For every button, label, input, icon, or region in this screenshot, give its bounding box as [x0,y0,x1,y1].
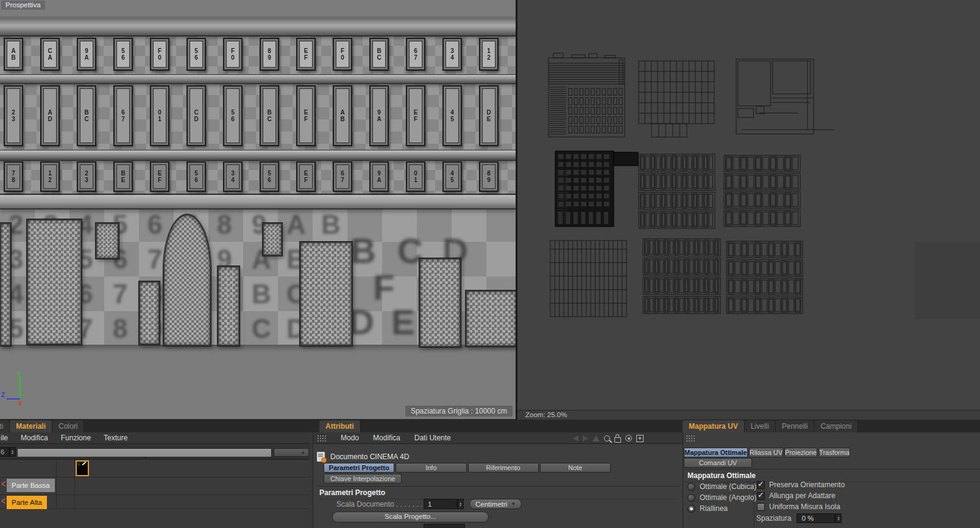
tab-pennelli[interactable]: Pennelli [776,420,815,432]
scale-unit-dropdown[interactable]: Centimetri ▼ [469,499,522,509]
spinner-arrows-icon[interactable]: ▲▼ [457,499,463,509]
button-proiezione[interactable]: Proiezione [784,448,817,457]
perspective-viewport[interactable]: Prospettiva 23456789AB3456789ABC456789AB… [0,0,516,419]
menu-modifica[interactable]: Modifica [373,434,400,442]
spacing-label: Spaziatura [756,514,791,523]
facade-window-glass: 5 6 [226,88,240,143]
facade-window-glass: 8 9 [482,164,495,189]
scale-value-input[interactable]: 1 ▲▼ [424,499,464,509]
tab-attributi[interactable]: Attributi [319,420,361,432]
radio-icon[interactable] [687,483,695,491]
tab-note[interactable]: Note [540,463,611,473]
material-row-parte-bassa[interactable]: Parte Bassa [7,479,55,492]
panel-grip-icon[interactable] [686,435,695,442]
checkbox-icon[interactable] [757,503,765,511]
spinner-arrows-icon[interactable]: ▲▼ [835,514,841,523]
materials-zoom-spinner[interactable]: 6 ▲▼ [0,447,16,457]
viewport-title[interactable]: Prospettiva [1,1,45,10]
radio-label: Ottimale (Angolo) [700,493,756,502]
facade-window-glass: B C [80,88,93,143]
attributes-tabbar: Attributi [310,420,683,432]
menu-funzione[interactable]: Funzione [61,434,91,442]
document-row[interactable]: Documento CINEMA 4D [317,452,409,462]
facade-base-ledge [0,194,516,209]
facade-window-glass: 0 1 [409,164,422,189]
facade-window-glass: 6 7 [409,41,422,68]
radio-icon[interactable] [687,505,695,513]
uv-islands-canvas [517,0,980,409]
button-trasforma[interactable]: Trasforma [818,448,850,457]
facade-window-glass: 5 6 [116,41,130,68]
section-parametri-progetto[interactable]: Parametri Progetto [318,486,679,499]
facade-ledge-2 [0,150,516,161]
materials-view-dropdown[interactable]: ▼ [274,448,309,457]
checkbox-uniforma-misura-isola[interactable]: Uniforma Misura Isola [757,502,840,511]
facade-window: 3 4 [223,161,243,192]
materials-preview-slider[interactable] [17,448,272,457]
axis-gizmo: Y Z X [1,370,38,409]
facade-window-glass: D E [482,88,495,143]
spinner-arrows-icon[interactable]: ▲▼ [9,448,15,456]
cone-icon[interactable] [592,435,600,442]
facade-window: 5 6 [260,161,279,192]
menu-modo[interactable]: Modo [341,434,359,442]
search-icon[interactable] [604,435,610,442]
facade-window: E F [406,85,425,146]
materials-list[interactable]: C.<Parte Bassa<Parte Alta [0,459,310,528]
facade-window: E F [296,161,316,192]
facade-window: E F [296,85,316,146]
material-row-parte-alta[interactable]: Parte Alta [7,496,47,509]
layer-marker-icon: < [1,496,6,506]
target-icon[interactable] [625,435,632,442]
tab-materiali[interactable]: Materiali [10,420,52,432]
checkbox-icon[interactable] [757,481,765,489]
facade-window: F 0 [223,38,243,71]
radio-ottimale-angolo[interactable]: Ottimale (Angolo) [687,493,756,502]
facade-window: 3 4 [442,38,462,71]
button-mappatura-ottimale[interactable]: Mappatura Ottimale [684,448,748,457]
add-panel-icon[interactable]: + [636,435,644,442]
tab-tti[interactable]: tti [0,420,10,432]
facade-window-glass: E F [409,88,422,143]
facade-window: 8 9 [479,161,499,192]
checkbox-icon[interactable] [757,492,765,500]
menu-dati-utente[interactable]: Dati Utente [414,434,451,442]
tab-mappatura-uv[interactable]: Mappatura UV [683,420,745,432]
button-rilassa-uv[interactable]: Rilassa UV [749,448,783,457]
tab-chiave-interpolazione[interactable]: Chiave Interpolazione [324,474,402,484]
tab-livelli[interactable]: Livelli [745,420,776,432]
attributes-toolbar-icons: + [573,432,644,444]
radio-icon[interactable] [687,494,695,502]
clipped-input-field[interactable] [424,524,465,528]
svg-text:X: X [18,400,23,407]
menu-texture[interactable]: Texture [104,434,127,442]
radio-riallinea[interactable]: Riallinea [687,504,728,513]
facade-window-glass: 3 4 [446,41,459,68]
checkbox-preserva-orientamento[interactable]: Preserva Orientamento [757,480,845,489]
tab-colori[interactable]: Colori [52,420,84,432]
panel-grip-icon[interactable] [317,435,327,442]
facade-window: 2 3 [4,85,23,146]
uv-mapping-panel: Mappatura OttimaleRilassa UVProiezioneTr… [683,432,980,528]
facade-window: F 0 [150,38,169,71]
history-forward-icon[interactable] [583,435,588,442]
lock-icon[interactable] [614,437,621,443]
uv-statusbar: Zoom: 25.0% [517,410,980,420]
scale-project-button[interactable]: Scala Progetto... [332,512,489,523]
facade-window-glass: 1 2 [43,164,57,189]
radio-ottimale-cubica[interactable]: Ottimale (Cubica) [687,482,756,491]
uv-editor[interactable] [517,0,980,410]
tab-info[interactable]: Info [396,463,466,473]
history-back-icon[interactable] [573,435,578,442]
menu-ile[interactable]: ile [1,434,8,442]
tab-campioni[interactable]: Campioni [814,420,858,432]
comandi-uv-button[interactable]: Comandi UV [684,458,752,468]
tab-parametri-progetto[interactable]: Parametri Progetto [324,463,394,473]
facade-window: A B [4,38,23,71]
checkbox-allunga-per-adattare[interactable]: Allunga per Adattare [757,491,836,500]
tab-riferimento[interactable]: Riferimento [468,463,539,473]
material-thumbnail[interactable]: C. [76,460,89,476]
spacing-input[interactable]: 0 % ▲▼ [797,513,842,523]
scale-label: Scala Documento . . . . . . . . [336,500,427,509]
menu-modifica[interactable]: Modifica [21,434,48,442]
